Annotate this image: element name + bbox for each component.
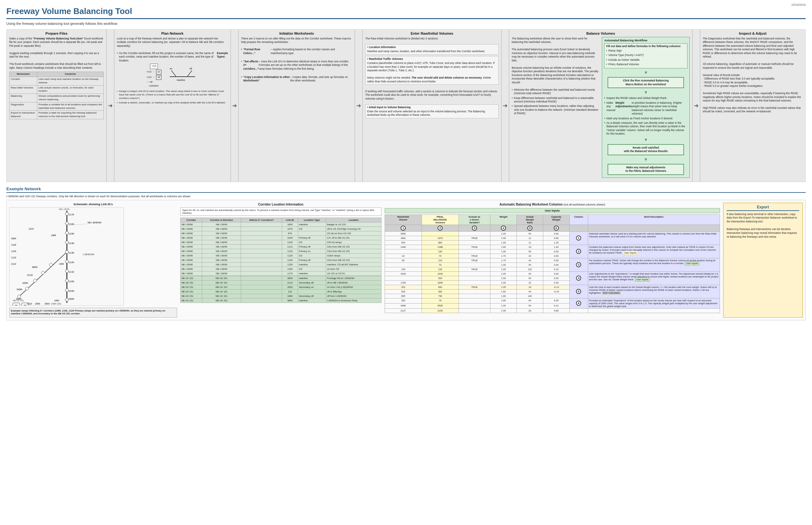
svg-text:1600: 1600 — [69, 298, 74, 300]
export-body: If also balancing ramp terminal or other… — [727, 212, 799, 239]
svg-text:1989: 1989 — [51, 234, 56, 236]
step-plan-title: Plan Network — [117, 31, 228, 35]
svg-text:2090: 2090 — [35, 303, 40, 305]
step-plan-body: Look at a map of the freeway network and… — [117, 37, 228, 104]
svg-text:39: 39 — [15, 304, 17, 306]
svg-text:2000: 2000 — [22, 282, 28, 284]
step-inspect-body: The Diagnostics worksheet lists the raw/… — [703, 37, 803, 114]
svg-point-42 — [41, 271, 45, 274]
example-corridor: Corridor Location Information Types for … — [180, 203, 381, 317]
svg-point-32 — [65, 241, 69, 244]
workflow-step-plan: Plan Network Look at a map of the freewa… — [114, 30, 231, 182]
svg-line-2 — [171, 70, 176, 77]
svg-point-29 — [65, 212, 69, 215]
svg-point-34 — [65, 260, 69, 263]
step-enter-title: Enter Raw/Initial Volumes — [365, 31, 499, 35]
svg-point-40 — [26, 287, 29, 290]
initial-input-box: • Initial Input to Volume Balancing Ente… — [365, 104, 499, 118]
svg-text:1110: 1110 — [11, 256, 16, 259]
svg-line-4 — [187, 70, 192, 77]
location-info-box: • Location Information Mainline and ramp… — [365, 44, 499, 55]
svg-point-35 — [65, 270, 69, 273]
svg-text:2110: 2110 — [11, 263, 16, 265]
step-prepare-title: Prepare Files — [9, 31, 104, 35]
svg-text:NB US 151: NB US 151 — [13, 299, 24, 302]
run-macro-box: Click the Run Automated BalancingMacro B… — [608, 77, 684, 88]
step-balance-title: Balance Volumes — [512, 31, 690, 35]
svg-text:1130: 1130 — [11, 244, 16, 246]
svg-text:on: on — [170, 68, 172, 70]
svg-point-43 — [49, 263, 53, 266]
workflow-step-prepare: Prepare Files Make a copy of the "Freewa… — [7, 30, 107, 182]
svg-text:1150: 1150 — [69, 232, 74, 235]
svg-text:I-39/90/94: I-39/90/94 — [83, 253, 95, 256]
workflow-step-enter: Enter Raw/Initial Volumes The Raw-Initia… — [363, 30, 502, 182]
workflow-step-balance: Balance Volumes The Balancing worksheet … — [509, 30, 693, 182]
svg-point-33 — [65, 251, 69, 254]
svg-point-39 — [17, 295, 21, 298]
arrow-4: ➔ — [502, 30, 509, 182]
svg-text:1170: 1170 — [69, 213, 74, 216]
svg-point-41 — [33, 279, 37, 282]
arrow-2: ➔ — [231, 30, 238, 182]
example-content: Schematic showing Link ID's 1170 1160 11… — [6, 200, 806, 320]
svg-text:1090: 1090 — [59, 263, 64, 265]
svg-text:90: 90 — [24, 304, 26, 306]
workflow-banner: Prepare Files Make a copy of the "Freewa… — [6, 29, 806, 182]
svg-text:NB I-39/90: NB I-39/90 — [59, 208, 70, 210]
example-worksheet: Automatic Balancing Worksheet Columns (n… — [385, 203, 720, 317]
example-map: Schematic showing Link ID's 1170 1160 11… — [9, 203, 177, 317]
svg-text:3000: 3000 — [45, 303, 50, 305]
step-init-body: There are 3 macros to run after filling … — [241, 37, 352, 83]
worksheet-table: Raw/InitialVolume FINALBALANCEDVolumes I… — [385, 214, 720, 313]
step-balance-body: The Balancing worksheet allows the user … — [512, 37, 690, 180]
svg-text:1100: 1100 — [69, 280, 74, 283]
step-init-title: Initialize Worksheets — [241, 31, 352, 35]
network-diagram-svg: 1170 1160 1150 1140 1130 1120 1110 1100 … — [9, 207, 124, 306]
svg-text:1040: 1040 — [69, 289, 74, 292]
export-box: Export If also balancing ramp terminal o… — [723, 203, 803, 317]
iterate-box: Iterate until satisfiedwith the Balanced… — [608, 144, 684, 155]
step-prepare-body: Make a copy of the "Freeway Volume Balan… — [9, 37, 104, 119]
svg-text:1140: 1140 — [69, 242, 74, 245]
ramp-example-box: Example ramps Affecting 2+ corridors (10… — [9, 308, 177, 317]
workflow-step-inspect: Inspect & Adjust The Diagnostics workshe… — [700, 30, 805, 182]
svg-point-38 — [65, 298, 69, 301]
raw-traffic-box: • Raw/Initial Traffic Volumes Contains p… — [365, 56, 499, 85]
workflow-step-init: Initialize Worksheets There are 3 macros… — [238, 30, 355, 182]
svg-text:2110: 2110 — [27, 303, 32, 305]
svg-text:3600: 3600 — [32, 266, 38, 269]
arrow-5: ➔ — [693, 30, 700, 182]
svg-text:3050: 3050 — [11, 237, 16, 240]
date-stamp: 10/10/2019 — [791, 3, 806, 6]
svg-point-30 — [65, 222, 69, 225]
automated-workflow-box: Automated Balancing Workflow Fill out da… — [602, 37, 690, 178]
types-note-box: Types for off, on, and mainline are auto… — [180, 208, 381, 216]
svg-text:1120: 1120 — [69, 261, 74, 264]
svg-text:1070: 1070 — [29, 228, 34, 230]
svg-text:3480: 3480 — [17, 288, 22, 291]
example-title: Example Network — [6, 186, 806, 193]
step-inspect-title: Inspect & Adjust — [703, 31, 803, 35]
step-enter-body: The Raw-Initial Volumes worksheet is div… — [365, 37, 499, 118]
svg-point-31 — [65, 231, 69, 235]
svg-text:1160: 1160 — [69, 223, 74, 226]
map-note: I-39/90/94 and USH 151 freeway corridors… — [6, 195, 806, 198]
subtitle: Using the freeway volume balancing tool … — [6, 21, 806, 26]
svg-text:off: off — [189, 68, 192, 70]
svg-text:1130: 1130 — [69, 251, 74, 254]
svg-text:2110: 2110 — [27, 274, 33, 276]
svg-text:NB I-39/90/94: NB I-39/90/94 — [88, 222, 101, 224]
svg-text:1060: 1060 — [54, 299, 59, 302]
page-title: Freeway Volume Balancing Tool — [6, 6, 806, 19]
svg-text:1120: 1120 — [11, 250, 16, 252]
svg-text:USH 151: USH 151 — [51, 302, 61, 305]
svg-text:mainline: mainline — [177, 79, 185, 81]
arrow-3: ➔ — [355, 30, 363, 182]
network-mini-diagram: mainline on off — [166, 65, 198, 85]
svg-text:1110: 1110 — [69, 270, 74, 273]
export-title: Export — [727, 205, 799, 211]
arrow-1: ➔ — [107, 30, 114, 182]
svg-point-37 — [65, 289, 69, 292]
worksheet-table: WorksheetContents CorridorLists each ram… — [9, 72, 104, 119]
